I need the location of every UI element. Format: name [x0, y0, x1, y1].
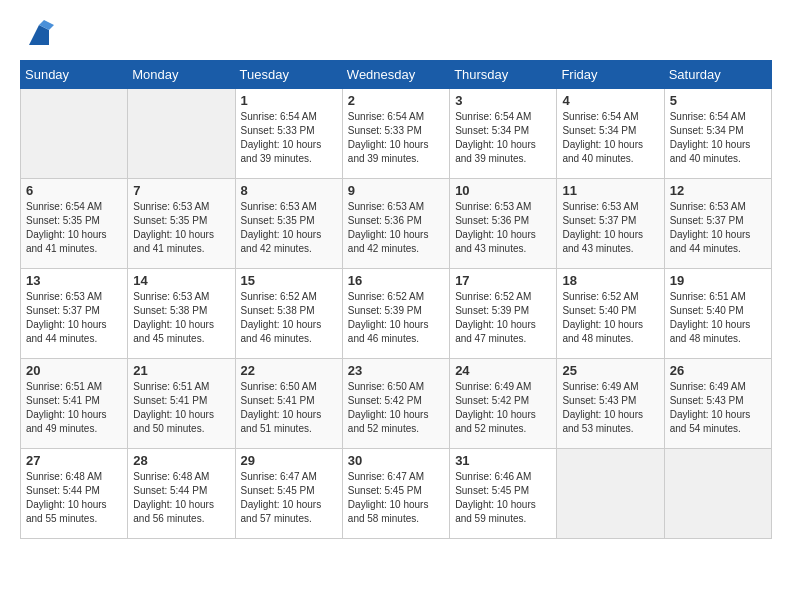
calendar-cell: 18 Sunrise: 6:52 AMSunset: 5:40 PMDaylig…	[557, 269, 664, 359]
day-number: 25	[562, 363, 658, 378]
day-info: Sunrise: 6:48 AMSunset: 5:44 PMDaylight:…	[133, 470, 229, 526]
day-info: Sunrise: 6:51 AMSunset: 5:40 PMDaylight:…	[670, 290, 766, 346]
logo-icon	[24, 20, 54, 50]
calendar-cell	[128, 89, 235, 179]
day-info: Sunrise: 6:49 AMSunset: 5:42 PMDaylight:…	[455, 380, 551, 436]
day-number: 24	[455, 363, 551, 378]
day-number: 15	[241, 273, 337, 288]
day-info: Sunrise: 6:52 AMSunset: 5:38 PMDaylight:…	[241, 290, 337, 346]
day-info: Sunrise: 6:53 AMSunset: 5:37 PMDaylight:…	[26, 290, 122, 346]
day-info: Sunrise: 6:47 AMSunset: 5:45 PMDaylight:…	[241, 470, 337, 526]
calendar-header-row: SundayMondayTuesdayWednesdayThursdayFrid…	[21, 61, 772, 89]
day-number: 30	[348, 453, 444, 468]
calendar-cell: 2 Sunrise: 6:54 AMSunset: 5:33 PMDayligh…	[342, 89, 449, 179]
page-header	[20, 20, 772, 50]
calendar-cell: 17 Sunrise: 6:52 AMSunset: 5:39 PMDaylig…	[450, 269, 557, 359]
calendar-week-row: 27 Sunrise: 6:48 AMSunset: 5:44 PMDaylig…	[21, 449, 772, 539]
calendar-cell: 13 Sunrise: 6:53 AMSunset: 5:37 PMDaylig…	[21, 269, 128, 359]
calendar-cell: 20 Sunrise: 6:51 AMSunset: 5:41 PMDaylig…	[21, 359, 128, 449]
day-number: 5	[670, 93, 766, 108]
day-info: Sunrise: 6:52 AMSunset: 5:40 PMDaylight:…	[562, 290, 658, 346]
calendar-day-header: Friday	[557, 61, 664, 89]
calendar-week-row: 1 Sunrise: 6:54 AMSunset: 5:33 PMDayligh…	[21, 89, 772, 179]
day-number: 1	[241, 93, 337, 108]
day-info: Sunrise: 6:46 AMSunset: 5:45 PMDaylight:…	[455, 470, 551, 526]
day-number: 2	[348, 93, 444, 108]
day-number: 9	[348, 183, 444, 198]
day-info: Sunrise: 6:52 AMSunset: 5:39 PMDaylight:…	[348, 290, 444, 346]
day-number: 31	[455, 453, 551, 468]
calendar-week-row: 6 Sunrise: 6:54 AMSunset: 5:35 PMDayligh…	[21, 179, 772, 269]
day-number: 3	[455, 93, 551, 108]
calendar-cell	[557, 449, 664, 539]
day-number: 22	[241, 363, 337, 378]
calendar-day-header: Saturday	[664, 61, 771, 89]
day-info: Sunrise: 6:54 AMSunset: 5:35 PMDaylight:…	[26, 200, 122, 256]
day-info: Sunrise: 6:53 AMSunset: 5:37 PMDaylight:…	[562, 200, 658, 256]
day-info: Sunrise: 6:51 AMSunset: 5:41 PMDaylight:…	[26, 380, 122, 436]
calendar-cell: 19 Sunrise: 6:51 AMSunset: 5:40 PMDaylig…	[664, 269, 771, 359]
day-number: 11	[562, 183, 658, 198]
day-number: 18	[562, 273, 658, 288]
day-number: 4	[562, 93, 658, 108]
calendar-week-row: 13 Sunrise: 6:53 AMSunset: 5:37 PMDaylig…	[21, 269, 772, 359]
calendar-cell: 27 Sunrise: 6:48 AMSunset: 5:44 PMDaylig…	[21, 449, 128, 539]
calendar-week-row: 20 Sunrise: 6:51 AMSunset: 5:41 PMDaylig…	[21, 359, 772, 449]
calendar-cell: 30 Sunrise: 6:47 AMSunset: 5:45 PMDaylig…	[342, 449, 449, 539]
day-number: 8	[241, 183, 337, 198]
day-number: 28	[133, 453, 229, 468]
day-info: Sunrise: 6:53 AMSunset: 5:35 PMDaylight:…	[133, 200, 229, 256]
day-number: 7	[133, 183, 229, 198]
day-info: Sunrise: 6:52 AMSunset: 5:39 PMDaylight:…	[455, 290, 551, 346]
calendar-cell: 24 Sunrise: 6:49 AMSunset: 5:42 PMDaylig…	[450, 359, 557, 449]
calendar-cell: 23 Sunrise: 6:50 AMSunset: 5:42 PMDaylig…	[342, 359, 449, 449]
day-info: Sunrise: 6:54 AMSunset: 5:33 PMDaylight:…	[348, 110, 444, 166]
calendar-day-header: Thursday	[450, 61, 557, 89]
calendar-table: SundayMondayTuesdayWednesdayThursdayFrid…	[20, 60, 772, 539]
calendar-cell: 12 Sunrise: 6:53 AMSunset: 5:37 PMDaylig…	[664, 179, 771, 269]
day-info: Sunrise: 6:50 AMSunset: 5:42 PMDaylight:…	[348, 380, 444, 436]
calendar-day-header: Tuesday	[235, 61, 342, 89]
calendar-cell: 15 Sunrise: 6:52 AMSunset: 5:38 PMDaylig…	[235, 269, 342, 359]
day-info: Sunrise: 6:49 AMSunset: 5:43 PMDaylight:…	[562, 380, 658, 436]
day-info: Sunrise: 6:53 AMSunset: 5:35 PMDaylight:…	[241, 200, 337, 256]
day-number: 29	[241, 453, 337, 468]
calendar-cell: 6 Sunrise: 6:54 AMSunset: 5:35 PMDayligh…	[21, 179, 128, 269]
day-number: 13	[26, 273, 122, 288]
calendar-cell: 22 Sunrise: 6:50 AMSunset: 5:41 PMDaylig…	[235, 359, 342, 449]
day-info: Sunrise: 6:53 AMSunset: 5:36 PMDaylight:…	[348, 200, 444, 256]
day-info: Sunrise: 6:54 AMSunset: 5:34 PMDaylight:…	[670, 110, 766, 166]
calendar-cell: 29 Sunrise: 6:47 AMSunset: 5:45 PMDaylig…	[235, 449, 342, 539]
logo	[20, 20, 54, 50]
day-number: 14	[133, 273, 229, 288]
calendar-cell: 14 Sunrise: 6:53 AMSunset: 5:38 PMDaylig…	[128, 269, 235, 359]
calendar-cell: 7 Sunrise: 6:53 AMSunset: 5:35 PMDayligh…	[128, 179, 235, 269]
calendar-cell: 25 Sunrise: 6:49 AMSunset: 5:43 PMDaylig…	[557, 359, 664, 449]
calendar-cell: 11 Sunrise: 6:53 AMSunset: 5:37 PMDaylig…	[557, 179, 664, 269]
calendar-cell: 5 Sunrise: 6:54 AMSunset: 5:34 PMDayligh…	[664, 89, 771, 179]
calendar-day-header: Sunday	[21, 61, 128, 89]
day-number: 26	[670, 363, 766, 378]
calendar-cell: 10 Sunrise: 6:53 AMSunset: 5:36 PMDaylig…	[450, 179, 557, 269]
day-number: 10	[455, 183, 551, 198]
calendar-cell: 4 Sunrise: 6:54 AMSunset: 5:34 PMDayligh…	[557, 89, 664, 179]
calendar-cell: 8 Sunrise: 6:53 AMSunset: 5:35 PMDayligh…	[235, 179, 342, 269]
day-info: Sunrise: 6:53 AMSunset: 5:37 PMDaylight:…	[670, 200, 766, 256]
calendar-cell: 1 Sunrise: 6:54 AMSunset: 5:33 PMDayligh…	[235, 89, 342, 179]
calendar-cell: 28 Sunrise: 6:48 AMSunset: 5:44 PMDaylig…	[128, 449, 235, 539]
day-info: Sunrise: 6:54 AMSunset: 5:34 PMDaylight:…	[455, 110, 551, 166]
calendar-day-header: Monday	[128, 61, 235, 89]
day-number: 27	[26, 453, 122, 468]
day-info: Sunrise: 6:48 AMSunset: 5:44 PMDaylight:…	[26, 470, 122, 526]
calendar-cell: 26 Sunrise: 6:49 AMSunset: 5:43 PMDaylig…	[664, 359, 771, 449]
calendar-cell: 3 Sunrise: 6:54 AMSunset: 5:34 PMDayligh…	[450, 89, 557, 179]
day-number: 17	[455, 273, 551, 288]
calendar-cell: 21 Sunrise: 6:51 AMSunset: 5:41 PMDaylig…	[128, 359, 235, 449]
day-info: Sunrise: 6:47 AMSunset: 5:45 PMDaylight:…	[348, 470, 444, 526]
day-number: 23	[348, 363, 444, 378]
calendar-cell	[664, 449, 771, 539]
day-info: Sunrise: 6:54 AMSunset: 5:33 PMDaylight:…	[241, 110, 337, 166]
calendar-cell: 16 Sunrise: 6:52 AMSunset: 5:39 PMDaylig…	[342, 269, 449, 359]
day-info: Sunrise: 6:49 AMSunset: 5:43 PMDaylight:…	[670, 380, 766, 436]
calendar-cell: 9 Sunrise: 6:53 AMSunset: 5:36 PMDayligh…	[342, 179, 449, 269]
